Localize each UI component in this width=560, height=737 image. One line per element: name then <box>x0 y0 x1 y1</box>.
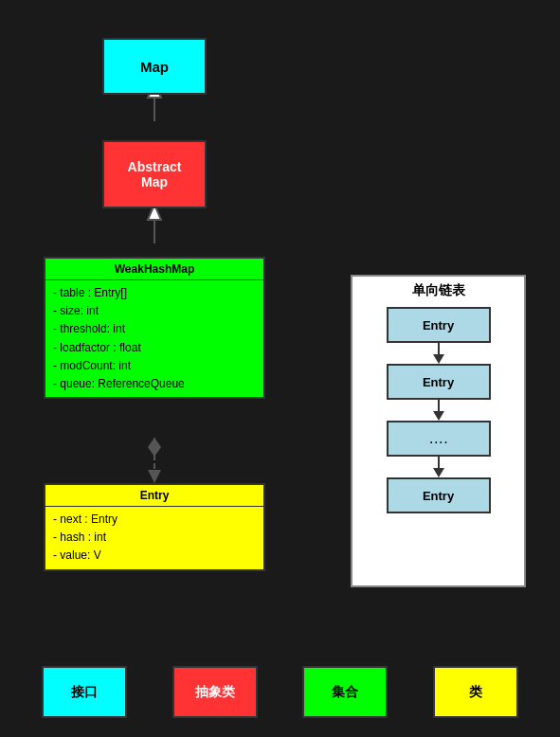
weak-hashmap-fields: - table : Entry[] - size: int - threshol… <box>45 280 263 397</box>
abstract-map-label: AbstractMap <box>128 159 182 189</box>
entry-2: Entry <box>387 364 491 400</box>
map-label: Map <box>140 59 169 75</box>
legend: 接口 抽象类 集合 类 <box>19 666 541 718</box>
legend-class-box: 类 <box>433 666 518 718</box>
legend-collection: 集合 <box>302 666 388 718</box>
entry-1: Entry <box>387 307 491 343</box>
svg-marker-5 <box>148 470 161 483</box>
legend-abstract-label: 抽象类 <box>195 684 235 701</box>
legend-interface-label: 接口 <box>71 684 98 701</box>
weak-hashmap-header: WeakHashMap <box>45 259 263 280</box>
legend-abstract-box: 抽象类 <box>172 666 258 718</box>
legend-collection-box: 集合 <box>302 666 388 718</box>
entry-fields: - next : Entry - hash : int - value: V <box>45 507 263 569</box>
entry-3: Entry <box>387 477 491 513</box>
legend-collection-label: 集合 <box>332 684 358 701</box>
arrow-1 <box>352 343 524 364</box>
arrow-3 <box>352 457 524 477</box>
legend-abstract: 抽象类 <box>172 666 258 718</box>
entry-node: Entry - next : Entry - hash : int - valu… <box>44 483 265 571</box>
map-node: Map <box>102 38 207 95</box>
linked-list-title: 单向链表 <box>352 277 524 307</box>
svg-marker-6 <box>148 438 161 457</box>
entry-header: Entry <box>45 485 263 507</box>
arrow-2 <box>352 400 524 421</box>
legend-interface: 接口 <box>42 666 127 718</box>
legend-class: 类 <box>433 666 518 718</box>
weak-hashmap-node: WeakHashMap - table : Entry[] - size: in… <box>44 257 265 399</box>
diagram: Map AbstractMap WeakHashMap - table : En… <box>0 0 560 737</box>
dots-box: …. <box>387 421 491 457</box>
legend-interface-box: 接口 <box>42 666 127 718</box>
dots-label: …. <box>428 430 447 447</box>
abstract-map-node: AbstractMap <box>102 140 207 208</box>
legend-class-label: 类 <box>469 684 482 701</box>
linked-list-container: 单向链表 Entry Entry …. Entry <box>351 275 526 587</box>
